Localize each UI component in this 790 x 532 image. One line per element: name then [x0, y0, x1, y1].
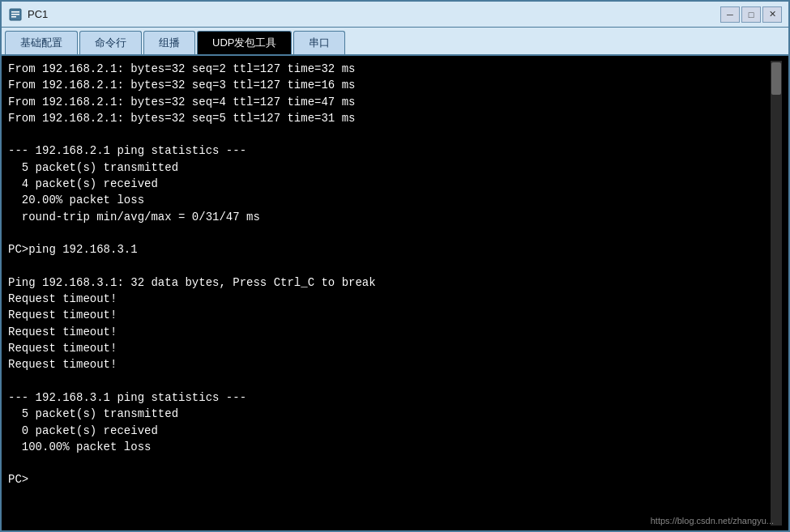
restore-button[interactable]: □: [741, 6, 761, 23]
window-title: PC1: [28, 8, 720, 20]
tab-bar: 基础配置命令行组播UDP发包工具串口: [2, 28, 788, 56]
tab-multicast[interactable]: 组播: [143, 31, 195, 54]
scrollbar[interactable]: [771, 61, 782, 526]
terminal-output: From 192.168.2.1: bytes=32 seq=2 ttl=127…: [8, 61, 771, 526]
watermark: https://blog.csdn.net/zhangyu...: [651, 516, 774, 526]
tab-basic[interactable]: 基础配置: [5, 31, 78, 54]
close-button[interactable]: ✕: [762, 6, 782, 23]
main-window: PC1 ─ □ ✕ 基础配置命令行组播UDP发包工具串口 From 192.16…: [0, 0, 790, 532]
svg-rect-1: [11, 11, 19, 13]
svg-rect-2: [11, 14, 19, 15]
scrollbar-thumb[interactable]: [771, 62, 781, 95]
title-controls: ─ □ ✕: [720, 6, 782, 23]
terminal-container[interactable]: From 192.168.2.1: bytes=32 seq=2 ttl=127…: [2, 56, 788, 530]
minimize-button[interactable]: ─: [720, 6, 740, 23]
tab-udp[interactable]: UDP发包工具: [197, 31, 292, 54]
tab-cmd[interactable]: 命令行: [79, 31, 142, 54]
title-bar: PC1 ─ □ ✕: [2, 2, 788, 28]
app-icon: [8, 7, 23, 22]
tab-serial[interactable]: 串口: [293, 31, 345, 54]
svg-rect-3: [11, 16, 16, 18]
